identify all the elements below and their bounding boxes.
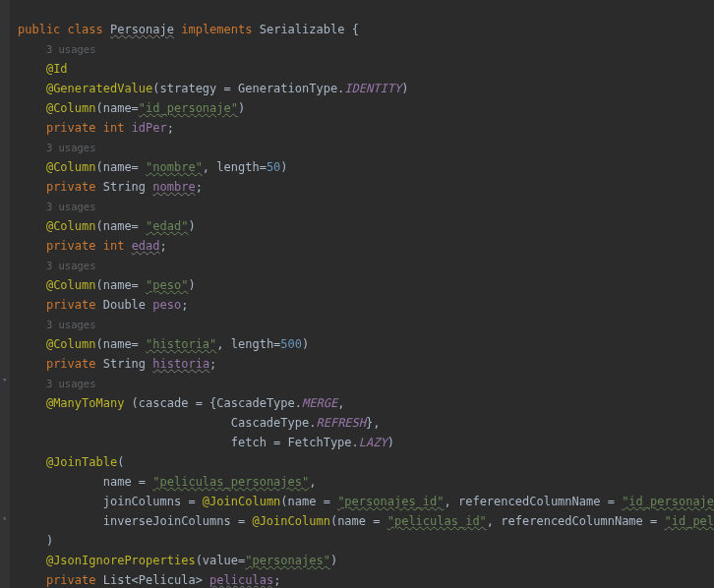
fold-marker-icon[interactable]: ▾ [2, 377, 9, 383]
line: CascadeType.REFRESH}, [18, 416, 380, 430]
line: @Column(name= "edad") [18, 219, 196, 233]
code-area[interactable]: public class Personaje implements Serial… [10, 0, 714, 588]
line: private int edad; [18, 239, 167, 253]
usages-hint: 3 usages [18, 377, 95, 390]
line: @Id [18, 62, 68, 76]
line: @Column(name= "nombre", length=50) [18, 160, 288, 174]
line: ) [18, 534, 53, 548]
line: @JoinTable( [18, 455, 124, 469]
fold-marker-icon[interactable]: ▴ [2, 514, 9, 521]
usages-hint: 3 usages [18, 141, 95, 154]
line: @ManyToMany (cascade = {CascadeType.MERG… [18, 396, 344, 410]
line: private int idPer; [18, 121, 174, 135]
line: name = "peliculas_personajes", [18, 475, 316, 489]
line: inverseJoinColumns = @JoinColumn(name = … [18, 514, 714, 528]
gutter: ▾ ▴ [0, 0, 10, 588]
usages-hint: 3 usages [18, 42, 95, 56]
line: private List<Pelicula> peliculas; [18, 573, 280, 587]
line: @JsonIgnoreProperties(value="personajes"… [18, 554, 337, 567]
line: fetch = FetchType.LAZY) [18, 436, 394, 449]
line: private String nombre; [18, 180, 203, 194]
usages-hint: 3 usages [18, 259, 95, 272]
line: private Double peso; [18, 298, 188, 312]
line: @Column(name= "historia", length=500) [18, 337, 309, 351]
usages-hint: 3 usages [18, 318, 95, 331]
line: @GeneratedValue(strategy = GenerationTyp… [18, 82, 408, 95]
line: joinColumns = @JoinColumn(name = "person… [18, 495, 714, 508]
line: public class Personaje implements Serial… [18, 23, 359, 36]
line: private String historia; [18, 357, 216, 371]
code-editor[interactable]: ▾ ▴ public class Personaje implements Se… [0, 0, 714, 588]
usages-hint: 3 usages [18, 200, 95, 213]
line: @Column(name= "peso") [18, 278, 196, 292]
line: @Column(name="id_personaje") [18, 101, 245, 115]
